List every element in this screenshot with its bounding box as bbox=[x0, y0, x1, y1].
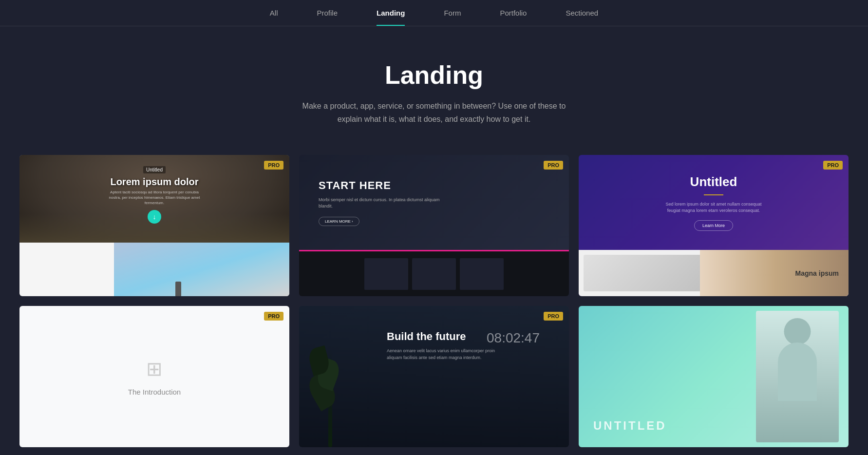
card-lower-text: Magna ipsum bbox=[795, 269, 839, 277]
template-card-2[interactable]: PRO START HERE Morbi semper nisl et dict… bbox=[299, 155, 569, 296]
tab-sectioned[interactable]: Sectioned bbox=[566, 9, 598, 26]
card-badge-label: Untitled bbox=[143, 166, 166, 173]
template-card-6[interactable]: UNTITLED bbox=[579, 306, 849, 447]
card-2-lower bbox=[299, 251, 569, 296]
card-2-upper: START HERE Morbi semper nisl et dictum c… bbox=[299, 155, 569, 250]
card-1-upper: Untitled Lorem ipsum dolor Aptent taciti… bbox=[19, 155, 289, 243]
pro-badge: PRO bbox=[264, 161, 283, 170]
pro-badge: PRO bbox=[264, 312, 283, 321]
card-portrait-bg bbox=[756, 311, 839, 442]
nav-tabs: All Profile Landing Form Portfolio Secti… bbox=[0, 0, 868, 26]
card-3-lower: Magna ipsum bbox=[579, 250, 849, 296]
card-desc: Sed lorem ipsum dolor sit amet nullam co… bbox=[660, 201, 767, 214]
card-title: The Introduction bbox=[128, 388, 181, 396]
template-card-3[interactable]: PRO Untitled Sed lorem ipsum dolor sit a… bbox=[579, 155, 849, 296]
template-card-4[interactable]: PRO ⊞ The Introduction bbox=[19, 306, 289, 447]
card-divider bbox=[704, 194, 723, 195]
card-lower-box-1 bbox=[364, 258, 408, 290]
card-cta-btn[interactable]: Learn More bbox=[694, 220, 733, 231]
card-lower-image bbox=[114, 243, 289, 296]
card-subtext: Aptent taciti sociosqu ad litora torquen… bbox=[106, 190, 203, 206]
card-1-lower bbox=[19, 243, 289, 296]
card-title: UNTITLED bbox=[593, 419, 667, 433]
card-cta-btn[interactable]: ↓ bbox=[148, 210, 161, 224]
card-subtext: Aenean ornare velit lacus varius enim ul… bbox=[387, 348, 499, 361]
template-grid: PRO Untitled Lorem ipsum dolor Aptent ta… bbox=[0, 155, 868, 455]
tab-landing[interactable]: Landing bbox=[377, 9, 405, 26]
card-lower-box-2 bbox=[412, 258, 456, 290]
card-lower-box-3 bbox=[460, 258, 504, 290]
card-lower-person bbox=[175, 282, 181, 296]
pro-badge: PRO bbox=[544, 312, 563, 321]
portrait-head bbox=[784, 318, 811, 345]
card-4-inner: ⊞ The Introduction bbox=[19, 306, 289, 447]
pro-badge: PRO bbox=[544, 161, 563, 170]
tab-profile[interactable]: Profile bbox=[317, 9, 338, 26]
hero-description: Make a product, app, service, or somethi… bbox=[298, 99, 570, 126]
card-heading: Lorem ipsum dolor bbox=[106, 176, 203, 188]
template-card-1[interactable]: PRO Untitled Lorem ipsum dolor Aptent ta… bbox=[19, 155, 289, 296]
card-heading: START HERE bbox=[319, 179, 391, 192]
card-3-upper: Untitled Sed lorem ipsum dolor sit amet … bbox=[579, 155, 849, 250]
portrait-body bbox=[778, 342, 817, 401]
card-icon: ⊞ bbox=[146, 358, 163, 380]
card-text: Untitled Lorem ipsum dolor Aptent taciti… bbox=[106, 165, 203, 224]
pro-badge: PRO bbox=[823, 161, 843, 170]
card-5-content: Build the future Aenean ornare velit lac… bbox=[299, 306, 569, 376]
card-title: Untitled bbox=[690, 174, 737, 190]
tab-form[interactable]: Form bbox=[444, 9, 461, 26]
tab-portfolio[interactable]: Portfolio bbox=[500, 9, 527, 26]
learn-more-btn[interactable]: LEARN MORE › bbox=[319, 217, 359, 226]
hero-section: Landing Make a product, app, service, or… bbox=[0, 26, 868, 155]
card-desc: Morbi semper nisl et dictum cursus. In p… bbox=[319, 197, 440, 210]
page-title: Landing bbox=[10, 60, 858, 90]
template-card-5[interactable]: PRO Build the future Aenean ornare velit… bbox=[299, 306, 569, 447]
tab-all[interactable]: All bbox=[270, 9, 278, 26]
card-portrait-area bbox=[756, 311, 839, 442]
card-laptop-img bbox=[584, 255, 705, 291]
card-lower-image: Magna ipsum bbox=[700, 250, 849, 296]
card-clock: 08:02:47 bbox=[487, 330, 540, 346]
